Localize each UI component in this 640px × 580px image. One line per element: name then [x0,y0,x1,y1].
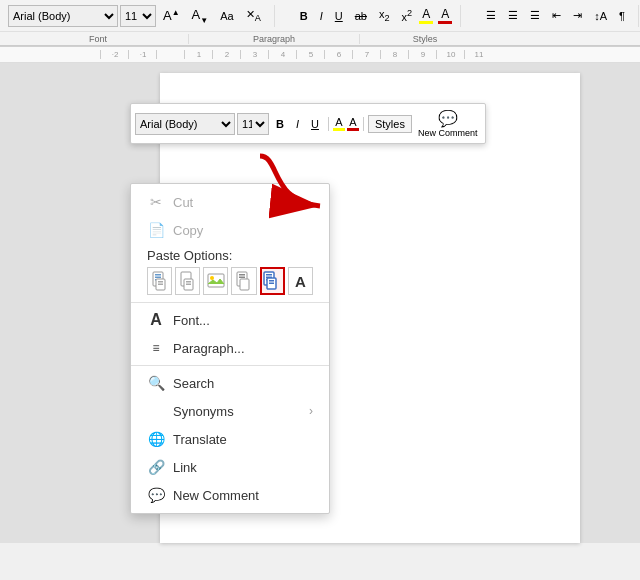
svg-rect-23 [269,283,274,285]
change-case-button[interactable]: Aa [215,5,238,27]
ft-separator-1 [328,117,329,131]
ft-separator-2 [363,117,364,131]
svg-rect-18 [266,274,272,276]
decrease-indent-button[interactable]: ⇤ [547,5,566,27]
svg-rect-9 [186,281,191,283]
svg-point-12 [210,276,214,280]
paste-icon-4[interactable] [231,267,256,295]
ribbon: Arial (Body) 11 A▲ A▼ Aa ✕A B I U ab x2 … [0,0,640,47]
new-comment-icon: 💬 [147,486,165,504]
comment-icon: 💬 [438,109,458,128]
superscript-button[interactable]: x2 [397,5,418,27]
strikethrough-button[interactable]: ab [350,5,372,27]
search-icon: 🔍 [147,374,165,392]
cm-new-comment-item[interactable]: 💬 New Comment [131,481,329,509]
highlight-button[interactable]: A [419,7,433,24]
ft-font-color-button[interactable]: A [347,116,359,131]
cm-font-item[interactable]: A Font... [131,306,329,334]
paste-icon-2[interactable] [175,267,200,295]
svg-rect-6 [158,284,163,286]
font-size-select[interactable]: 11 [120,5,156,27]
svg-rect-10 [186,284,191,286]
paste-icon-5[interactable] [260,267,285,295]
font-section-label: Font [8,34,188,44]
float-toolbar: Arial (Body) 11 B I U A A Styles 💬 New C… [130,103,486,144]
copy-icon: 📄 [147,221,165,239]
italic-button[interactable]: I [315,5,328,27]
paste-options-section: Paste Options: [131,244,329,299]
ft-underline-button[interactable]: U [306,114,324,134]
cm-cut-item[interactable]: ✂ Cut [131,188,329,216]
cm-paragraph-item[interactable]: ≡ Paragraph... [131,334,329,362]
svg-rect-16 [240,279,249,290]
styles-section-label: Styles [360,34,490,44]
link-icon: 🔗 [147,458,165,476]
font-family-select[interactable]: Arial (Body) [8,5,118,27]
cm-sep-2 [131,365,329,366]
svg-rect-15 [239,277,245,279]
paste-options-label: Paste Options: [147,248,313,263]
cm-search-item[interactable]: 🔍 Search [131,369,329,397]
svg-rect-2 [155,277,161,279]
synonyms-arrow: › [309,404,313,418]
underline-button[interactable]: U [330,5,348,27]
ft-size-select[interactable]: 11 [237,113,269,135]
paste-icon-3[interactable] [203,267,228,295]
translate-icon: 🌐 [147,430,165,448]
multilevel-list-button[interactable]: ☰ [525,5,545,27]
ft-new-comment-button[interactable]: 💬 New Comment [414,107,482,140]
format-group: B I U ab x2 x2 A A [295,5,461,27]
cm-sep-1 [131,302,329,303]
document-area: Arial (Body) 11 B I U A A Styles 💬 New C… [0,63,640,543]
paragraph-group: ☰ ☰ ☰ ⇤ ⇥ ↕A ¶ [481,5,639,27]
svg-rect-14 [239,274,245,276]
numbering-button[interactable]: ☰ [503,5,523,27]
ft-highlight-button[interactable]: A [333,116,345,131]
ft-styles-button[interactable]: Styles [368,115,412,133]
paste-icon-1[interactable] [147,267,172,295]
cm-translate-item[interactable]: 🌐 Translate [131,425,329,453]
synonyms-icon [147,402,165,420]
sort-button[interactable]: ↕A [589,5,612,27]
context-menu: ✂ Cut 📄 Copy Paste Options: [130,183,330,514]
paragraph-icon: ≡ [147,339,165,357]
cm-synonyms-item[interactable]: Synonyms › [131,397,329,425]
cm-copy-item[interactable]: 📄 Copy [131,216,329,244]
font-group: Arial (Body) 11 A▲ A▼ Aa ✕A [8,5,275,27]
ruler: ·2 ·1 1 2 3 4 5 6 7 8 9 10 11 [0,47,640,63]
font-icon: A [147,311,165,329]
shrink-font-button[interactable]: A▼ [187,5,214,27]
paste-icon-6[interactable]: A [288,267,313,295]
svg-rect-5 [158,281,163,283]
ft-font-select[interactable]: Arial (Body) [135,113,235,135]
subscript-button[interactable]: x2 [374,5,395,27]
cm-link-item[interactable]: 🔗 Link [131,453,329,481]
grow-font-button[interactable]: A▲ [158,5,185,27]
ft-italic-button[interactable]: I [291,114,304,134]
show-marks-button[interactable]: ¶ [614,5,630,27]
bold-button[interactable]: B [295,5,313,27]
clear-format-button[interactable]: ✕A [241,5,266,27]
svg-rect-22 [269,280,274,282]
cut-icon: ✂ [147,193,165,211]
bullets-button[interactable]: ☰ [481,5,501,27]
ft-bold-button[interactable]: B [271,114,289,134]
paragraph-section-label: Paragraph [189,34,359,44]
increase-indent-button[interactable]: ⇥ [568,5,587,27]
svg-rect-1 [155,274,161,276]
font-color-button[interactable]: A [438,7,452,24]
